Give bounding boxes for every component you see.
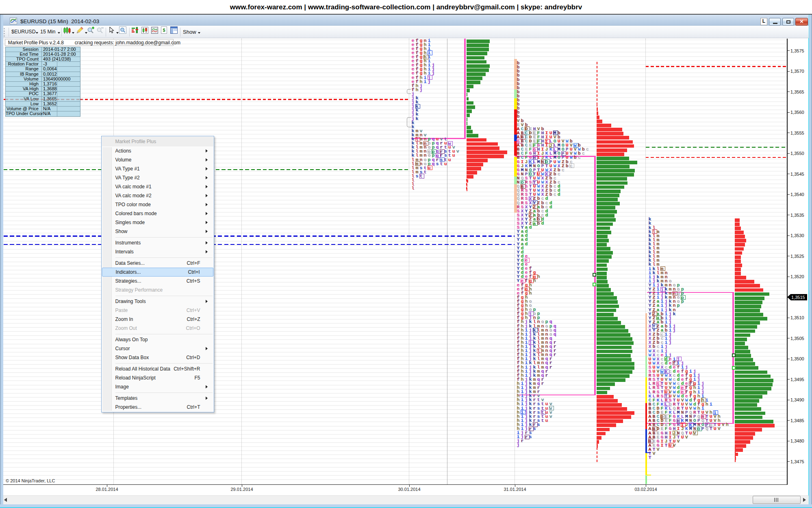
svg-text:$: $: [163, 28, 165, 33]
